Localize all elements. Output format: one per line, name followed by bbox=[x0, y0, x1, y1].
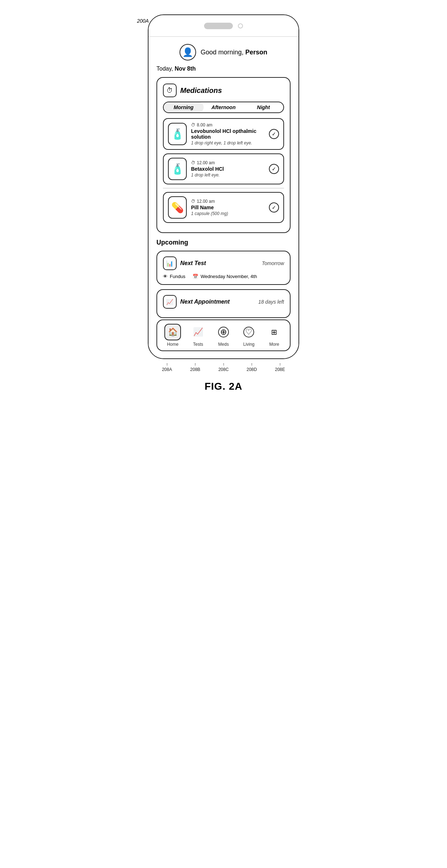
phone-screen: 👤 Good morning, Person Today, Nov 8th ⏱ … bbox=[149, 37, 298, 358]
next-appt-icon-box: 📈 bbox=[163, 295, 177, 309]
nav-item-tests[interactable]: 📈 Tests bbox=[188, 324, 209, 347]
notch-circle bbox=[238, 23, 243, 28]
nav-label-living: Living bbox=[243, 342, 255, 347]
med-dose-2: 1 drop left eye. bbox=[191, 173, 265, 178]
date-prefix: Today, bbox=[156, 66, 174, 72]
monitor-chart-icon: 📊 bbox=[166, 260, 173, 267]
next-appt-header-left: 📈 Next Appointment bbox=[163, 295, 230, 309]
eye-icon: 👁 bbox=[163, 274, 168, 279]
next-test-details-row: 👁 Fundus 📅 Wednesday November, 4th bbox=[163, 274, 284, 279]
medications-title: Medications bbox=[180, 86, 222, 95]
nav-label-more: More bbox=[269, 342, 279, 347]
med-icon-eyedrops-1: 🧴 bbox=[168, 123, 187, 145]
med-time-value-2: 12.00 am bbox=[197, 160, 215, 165]
home-icon: 🏠 bbox=[168, 327, 178, 337]
date-value: Nov 8th bbox=[174, 66, 196, 72]
home-nav-icon-box: 🏠 bbox=[164, 324, 181, 340]
eyedrop-bottle-icon-2: 🧴 bbox=[171, 163, 184, 175]
med-time-2: ⏱ 12.00 am bbox=[191, 160, 265, 165]
clock-icon-2: ⏱ bbox=[191, 160, 195, 165]
date-row: Today, Nov 8th bbox=[156, 66, 291, 72]
next-test-card: 📊 Next Test Tomorrow 👁 Fundus 📅 Wednesda… bbox=[156, 251, 291, 285]
medications-icon-box: ⏱ bbox=[163, 84, 177, 97]
meds-nav-icon-box: ⊕ bbox=[215, 324, 232, 340]
next-test-type: 👁 Fundus bbox=[163, 274, 185, 279]
med-time-value-1: 8.00 am bbox=[197, 122, 212, 127]
medications-card: ⏱ Medications Morning Afternoon Night 🧴 bbox=[156, 77, 291, 233]
med-item-2: 🧴 ⏱ 12.00 am Betaxolol HCl 1 drop left e… bbox=[163, 153, 284, 184]
next-test-scheduled: 📅 Wednesday November, 4th bbox=[192, 274, 257, 279]
ref-208d: 208D bbox=[241, 367, 262, 372]
medications-card-header: ⏱ Medications bbox=[163, 84, 284, 97]
timer-icon: ⏱ bbox=[167, 87, 173, 94]
clock-icon-3: ⏱ bbox=[191, 199, 195, 204]
next-test-title: Next Test bbox=[180, 260, 206, 267]
phone-notch bbox=[149, 15, 298, 37]
next-appt-days-left: 18 days left bbox=[258, 299, 284, 305]
med-details-1: ⏱ 8.00 am Levobunolol HCl opthalmic solu… bbox=[191, 122, 265, 146]
phone-frame: 👤 Good morning, Person Today, Nov 8th ⏱ … bbox=[148, 14, 299, 359]
nav-item-home[interactable]: 🏠 Home bbox=[162, 324, 183, 347]
nav-label-tests: Tests bbox=[193, 342, 203, 347]
next-test-name: Fundus bbox=[170, 274, 185, 279]
next-appointment-header: 📈 Next Appointment 18 days left bbox=[163, 295, 284, 309]
nav-item-meds[interactable]: ⊕ Meds bbox=[213, 324, 234, 347]
living-nav-icon-box: ♡ bbox=[240, 324, 257, 340]
med-time-1: ⏱ 8.00 am bbox=[191, 122, 265, 127]
nav-label-meds: Meds bbox=[218, 342, 229, 347]
med-name-3: Pill Name bbox=[191, 205, 265, 210]
tab-morning[interactable]: Morning bbox=[164, 102, 204, 112]
med-time-3: ⏱ 12.00 am bbox=[191, 199, 265, 204]
med-dose-3: 1 capsule (500 mg) bbox=[191, 211, 265, 216]
next-test-scheduled-date: Wednesday November, 4th bbox=[200, 274, 257, 279]
med-check-1[interactable]: ✓ bbox=[269, 129, 279, 139]
med-icon-eyedrops-2: 🧴 bbox=[168, 158, 187, 180]
tests-nav-icon-box: 📈 bbox=[190, 324, 207, 340]
med-name-2: Betaxolol HCl bbox=[191, 166, 265, 172]
med-name-1: Levobunolol HCl opthalmic solution bbox=[191, 128, 265, 140]
time-tabs[interactable]: Morning Afternoon Night bbox=[163, 102, 284, 113]
pill-icon: 💊 bbox=[171, 202, 184, 214]
med-item-1: 🧴 ⏱ 8.00 am Levobunolol HCl opthalmic so… bbox=[163, 118, 284, 150]
notch-pill bbox=[204, 23, 233, 29]
figure-label: FIG. 2A bbox=[204, 381, 242, 392]
avatar: 👤 bbox=[180, 44, 196, 61]
nav-item-more[interactable]: ⊞ More bbox=[264, 324, 285, 347]
living-icon: ♡ bbox=[243, 327, 254, 337]
nav-item-living[interactable]: ♡ Living bbox=[238, 324, 259, 347]
clock-icon-1: ⏱ bbox=[191, 122, 195, 127]
med-details-3: ⏱ 12.00 am Pill Name 1 capsule (500 mg) bbox=[191, 199, 265, 216]
meds-icon: ⊕ bbox=[218, 327, 229, 337]
ref-208e: 208E bbox=[270, 367, 291, 372]
next-test-header: 📊 Next Test Tomorrow bbox=[163, 256, 284, 270]
med-check-2[interactable]: ✓ bbox=[269, 164, 279, 174]
med-item-3: 💊 ⏱ 12.00 am Pill Name 1 capsule (500 mg… bbox=[163, 192, 284, 223]
med-details-2: ⏱ 12.00 am Betaxolol HCl 1 drop left eye… bbox=[191, 160, 265, 178]
med-icon-pill: 💊 bbox=[168, 196, 187, 219]
next-test-date-label: Tomorrow bbox=[262, 260, 284, 266]
next-test-icon-box: 📊 bbox=[163, 256, 177, 270]
more-nav-icon-box: ⊞ bbox=[266, 324, 283, 340]
med-divider bbox=[163, 188, 284, 188]
ref-208b: 208B bbox=[185, 367, 206, 372]
greeting-name: Person bbox=[245, 49, 267, 56]
tab-night[interactable]: Night bbox=[243, 102, 283, 112]
more-icon: ⊞ bbox=[271, 328, 277, 336]
tab-afternoon[interactable]: Afternoon bbox=[204, 102, 244, 112]
nav-label-home: Home bbox=[167, 342, 178, 347]
appointment-chart-icon: 📈 bbox=[166, 299, 173, 305]
med-dose-1: 1 drop right eye, 1 drop left eye. bbox=[191, 140, 265, 146]
calendar-icon: 📅 bbox=[192, 274, 198, 279]
ref-208a: 208A bbox=[156, 367, 177, 372]
greeting-text: Good morning, Person bbox=[200, 49, 267, 56]
upcoming-section-title: Upcoming bbox=[156, 239, 291, 246]
next-appt-title: Next Appointment bbox=[180, 299, 230, 305]
next-test-header-left: 📊 Next Test bbox=[163, 256, 206, 270]
tests-icon: 📈 bbox=[193, 327, 203, 337]
bottom-nav: 🏠 Home 📈 Tests ⊕ Meds bbox=[156, 319, 291, 351]
med-check-3[interactable]: ✓ bbox=[269, 202, 279, 212]
greeting-prefix: Good morning, bbox=[200, 49, 245, 56]
eyedrop-bottle-icon: 🧴 bbox=[171, 128, 184, 140]
ref-208c: 208C bbox=[213, 367, 234, 372]
next-appointment-card: 📈 Next Appointment 18 days left bbox=[156, 289, 291, 318]
